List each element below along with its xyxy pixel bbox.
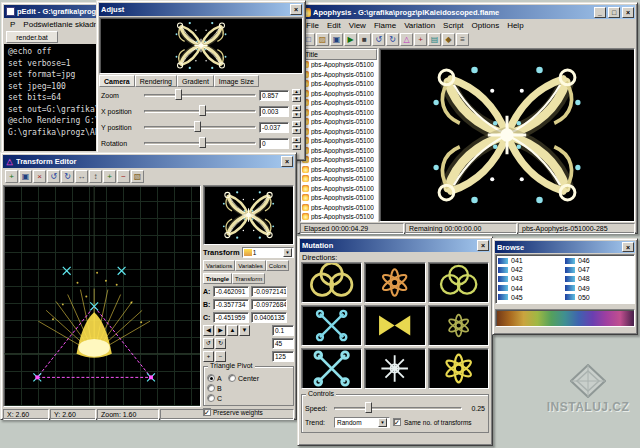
gradient-list-item[interactable]: 041: [498, 256, 565, 265]
x-position-value[interactable]: 0.003: [259, 106, 289, 117]
spin-down-icon[interactable]: ▼: [292, 128, 301, 134]
y-position-value[interactable]: -0.037: [259, 122, 289, 133]
save-icon[interactable]: ▣: [330, 33, 343, 46]
spin-up-icon[interactable]: ▲: [292, 137, 301, 143]
spin-up-icon[interactable]: ▲: [292, 105, 301, 111]
pedit-menu-item[interactable]: P: [6, 20, 19, 29]
slider-track[interactable]: [334, 407, 462, 410]
radio-icon[interactable]: [207, 384, 215, 392]
slider-thumb[interactable]: [365, 402, 372, 413]
flame-list-item[interactable]: pbs-Apophysis-05100: [301, 98, 377, 108]
mutation-thumb[interactable]: [364, 305, 425, 346]
x-position-slider[interactable]: [144, 105, 256, 117]
zoom-out-icon[interactable]: −: [117, 170, 130, 183]
coord-a-y[interactable]: -0.0972141: [251, 286, 287, 297]
mutation-thumb[interactable]: [364, 262, 425, 303]
main-titlebar[interactable]: Apophysis - G:\grafika\progz\plKaleidosc…: [300, 5, 635, 19]
rotate-left-icon[interactable]: ↺: [47, 170, 60, 183]
browser-titlebar[interactable]: Browse ×: [495, 241, 635, 253]
move-down-icon[interactable]: ▼: [239, 325, 250, 336]
flame-list-item[interactable]: pbs-Apophysis-05100: [301, 165, 377, 175]
gradient-list-item[interactable]: 050: [565, 293, 632, 302]
tab-camera[interactable]: Camera: [99, 75, 135, 87]
rotate-step-value[interactable]: 45: [272, 338, 294, 349]
fullscreen-icon[interactable]: ■: [358, 33, 371, 46]
open-icon[interactable]: ▨: [316, 33, 329, 46]
menu-view[interactable]: View: [345, 21, 370, 30]
coord-c-x[interactable]: -0.451959: [213, 312, 249, 323]
menu-options[interactable]: Options: [468, 21, 504, 30]
duplicate-transform-icon[interactable]: ▣: [19, 170, 32, 183]
mutation-close-button[interactable]: ×: [477, 240, 489, 251]
radio-icon[interactable]: [228, 374, 236, 382]
flame-list-item[interactable]: pbs-Apophysis-05100: [301, 193, 377, 203]
zoom-slider[interactable]: [144, 89, 256, 101]
options-icon[interactable]: ≡: [456, 33, 469, 46]
coord-b-x[interactable]: -0.357734: [213, 299, 249, 310]
mutation-thumb[interactable]: [364, 348, 425, 389]
slider-thumb[interactable]: [175, 89, 182, 100]
rotate-ccw-icon[interactable]: ↺: [203, 338, 214, 349]
gradient-list-item[interactable]: 046: [565, 256, 632, 265]
tab-gradient[interactable]: Gradient: [177, 75, 214, 87]
main-close-button[interactable]: ×: [622, 7, 634, 18]
adjust-close-button[interactable]: ×: [290, 4, 302, 15]
pedit-file-tab[interactable]: render.bat: [6, 31, 58, 43]
spin-down-icon[interactable]: ▼: [292, 112, 301, 118]
flip-vertical-icon[interactable]: ↕: [89, 170, 102, 183]
speed-slider[interactable]: [334, 402, 462, 414]
menu-flame[interactable]: Flame: [370, 21, 400, 30]
pivot-option-center[interactable]: Center: [228, 373, 259, 383]
flame-list-item[interactable]: pbs-Apophysis-05100: [301, 146, 377, 156]
delete-transform-icon[interactable]: ×: [33, 170, 46, 183]
radio-icon[interactable]: [207, 394, 215, 402]
menu-edit[interactable]: Edit: [323, 21, 345, 30]
pivot-option-b[interactable]: B: [207, 383, 222, 393]
mutation-thumb[interactable]: [428, 348, 489, 389]
tab-variations[interactable]: Variations: [203, 260, 235, 271]
mutation-thumb[interactable]: [301, 262, 362, 303]
move-right-icon[interactable]: ▶: [215, 325, 226, 336]
flame-list-item[interactable]: pbs-Apophysis-05100: [301, 70, 377, 80]
flame-list-item[interactable]: pbs-Apophysis-05100: [301, 60, 377, 70]
move-up-icon[interactable]: ▲: [227, 325, 238, 336]
spin-down-icon[interactable]: ▼: [292, 144, 301, 150]
chevron-down-icon[interactable]: ▼: [283, 248, 292, 257]
mutation-thumb[interactable]: [428, 262, 489, 303]
scale-down-icon[interactable]: −: [215, 351, 226, 362]
spin-up-icon[interactable]: ▲: [292, 121, 301, 127]
flame-list-item[interactable]: pbs-Apophysis-05100: [301, 136, 377, 146]
slider-thumb[interactable]: [194, 121, 201, 132]
gradient-list-item[interactable]: 047: [565, 265, 632, 274]
menu-script[interactable]: Script: [439, 21, 467, 30]
undo-icon[interactable]: ↺: [372, 33, 385, 46]
gradient-list-item[interactable]: 045: [498, 293, 565, 302]
checkbox-icon[interactable]: ✓: [393, 418, 401, 426]
flame-list-header[interactable]: Title: [301, 49, 377, 60]
tab-image-size[interactable]: Image Size: [214, 75, 259, 87]
tab-transform[interactable]: Transform: [232, 273, 265, 284]
tab-variables[interactable]: Variables: [235, 260, 266, 271]
te-titlebar[interactable]: △ Transform Editor ×: [3, 155, 294, 168]
flame-list-item[interactable]: pbs-Apophysis-05100: [301, 203, 377, 213]
main-maximize-button[interactable]: □: [608, 7, 620, 18]
coord-a-x[interactable]: -0.462091: [213, 286, 249, 297]
gradient-list-item[interactable]: 042: [498, 265, 565, 274]
browser-close-button[interactable]: ×: [622, 242, 634, 252]
rotate-cw-icon[interactable]: ↻: [215, 338, 226, 349]
gradient-list-item[interactable]: 049: [565, 284, 632, 293]
flame-list-item[interactable]: pbs-Apophysis-05100: [301, 212, 377, 222]
move-step-value[interactable]: 0.1: [272, 325, 294, 336]
mutation-thumb[interactable]: [301, 305, 362, 346]
coord-b-y[interactable]: -0.0972684: [251, 299, 287, 310]
flame-list-item[interactable]: pbs-Apophysis-05100: [301, 89, 377, 99]
flame-list-item[interactable]: pbs-Apophysis-05100: [301, 117, 377, 127]
transform-selector[interactable]: 1 ▼: [242, 247, 294, 258]
mutation-thumb[interactable]: [428, 305, 489, 346]
rotate-right-icon[interactable]: ↻: [61, 170, 74, 183]
flame-list-item[interactable]: pbs-Apophysis-05100: [301, 174, 377, 184]
tab-triangle[interactable]: Triangle: [203, 273, 232, 284]
move-left-icon[interactable]: ◀: [203, 325, 214, 336]
mutation-titlebar[interactable]: Mutation ×: [300, 239, 490, 252]
chevron-down-icon[interactable]: ▼: [378, 418, 387, 427]
